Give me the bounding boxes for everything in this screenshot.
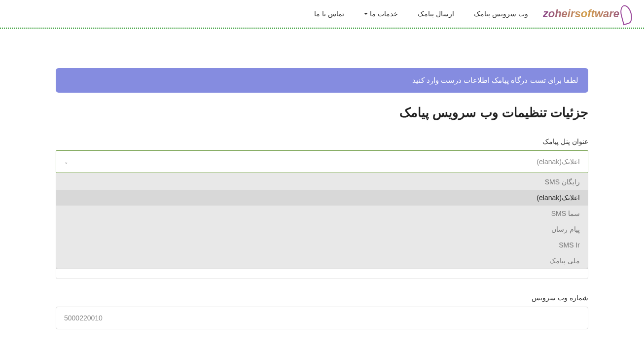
- dropdown-option[interactable]: ملی پیامک: [56, 253, 588, 269]
- nav-services[interactable]: خدمات ما: [364, 10, 398, 18]
- dropdown-option[interactable]: SMS Ir: [56, 237, 588, 253]
- service-number-form-group: شماره وب سرویس: [56, 294, 588, 329]
- service-number-label: شماره وب سرویس: [56, 294, 588, 302]
- logo: zoheirsoftware: [543, 7, 629, 20]
- panel-form-group: عنوان پنل پیامک اعلانک(elanak) ⌄ رایگان …: [56, 138, 588, 279]
- service-number-input[interactable]: [56, 307, 588, 329]
- panel-selected-value: اعلانک(elanak): [537, 158, 580, 166]
- nav-contact[interactable]: تماس با ما: [314, 10, 344, 18]
- dropdown-option[interactable]: پیام رسان: [56, 221, 588, 237]
- nav-services-label: خدمات ما: [370, 10, 398, 18]
- panel-select[interactable]: اعلانک(elanak) ⌄: [56, 150, 588, 173]
- page-title: جزئیات تنظیمات وب سرویس پیامک: [56, 105, 588, 120]
- chevron-down-icon: ⌄: [64, 159, 68, 165]
- header: zoheirsoftware وب سرویس پیامک ارسال پیام…: [0, 0, 644, 29]
- main-nav: وب سرویس پیامک ارسال پیامک خدمات ما تماس…: [314, 10, 528, 18]
- dropdown-option[interactable]: سما SMS: [56, 206, 588, 221]
- dropdown-option[interactable]: اعلانک(elanak): [56, 190, 588, 206]
- panel-select-wrapper: اعلانک(elanak) ⌄ رایگان SMS اعلانک(elana…: [56, 150, 588, 173]
- nav-webservice[interactable]: وب سرویس پیامک: [474, 10, 528, 18]
- panel-dropdown: رایگان SMS اعلانک(elanak) سما SMS پیام ر…: [56, 174, 588, 269]
- panel-label: عنوان پنل پیامک: [56, 138, 588, 145]
- chevron-down-icon: [364, 13, 368, 15]
- info-alert: لطفا برای تست درگاه پیامک اطلاعات درست و…: [56, 68, 588, 93]
- main-container: لطفا برای تست درگاه پیامک اطلاعات درست و…: [48, 68, 596, 329]
- nav-send-sms[interactable]: ارسال پیامک: [418, 10, 454, 18]
- dropdown-option[interactable]: رایگان SMS: [56, 174, 588, 190]
